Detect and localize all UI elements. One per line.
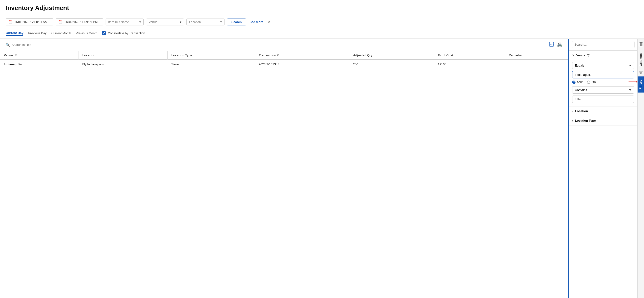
or-radio-circle [587, 81, 590, 84]
venue-placeholder: Venue [149, 20, 158, 24]
location-filter-header[interactable]: › Location [569, 106, 637, 116]
filter-icon [639, 71, 643, 75]
col-location: Location [78, 51, 168, 60]
location-type-section-label: Location Type [575, 119, 596, 122]
cell-location: Fly Indianapolis [78, 60, 168, 69]
table-section: 🔍 XLS 🖨️ Venue [0, 39, 568, 298]
columns-icon [639, 42, 643, 46]
venue-filter-value-input[interactable] [572, 71, 634, 78]
chevron-right-icon-location-type: › [572, 119, 573, 122]
venue-funnel-icon: ▽ [587, 54, 589, 57]
columns-tab[interactable]: Columns [638, 50, 644, 70]
filters-tab-wrapper: Filters [638, 70, 644, 93]
filter-panel-search-input[interactable] [572, 41, 634, 48]
data-table: Venue ▽ Location Location Type Transacti… [0, 51, 568, 69]
calendar-icon-2: 📅 [58, 20, 62, 24]
search-button[interactable]: Search [227, 18, 246, 25]
chevron-right-icon-location: › [572, 110, 573, 113]
item-id-placeholder: Item ID / Name [108, 20, 129, 24]
consolidate-label: Consolidate by Transaction [108, 31, 145, 35]
toolbar-icons: XLS 🖨️ [548, 41, 563, 48]
search-row: 🔍 XLS 🖨️ [0, 39, 568, 51]
print-button[interactable]: 🖨️ [556, 41, 563, 48]
filter-panel: ∨ Venue ▽ Equals Cont [568, 39, 637, 298]
filter-body-venue: Equals Contains Starts With Ends With AN… [569, 60, 637, 106]
or-label: OR [592, 80, 596, 84]
col-adjusted-qty: Adjusted Qty. [349, 51, 434, 60]
filter-bar: 📅 01/01/2023 12:00:01 AM 📅 01/31/2023 11… [6, 15, 638, 28]
end-date-value: 01/31/2023 11:59:59 PM [64, 20, 98, 24]
col-transaction: Transaction # [255, 51, 349, 60]
and-label: AND [577, 80, 583, 84]
venue-second-operator-select[interactable]: Contains Equals Starts With Ends With [572, 86, 634, 94]
search-input[interactable] [12, 43, 546, 46]
consolidate-checkbox[interactable] [102, 31, 106, 35]
table-row: Indianapolis Fly Indianapolis Store 2023… [0, 60, 568, 69]
page-title: Inventory Adjustment [6, 4, 638, 12]
venue-select[interactable]: Venue ▾ [146, 18, 184, 25]
and-radio-circle [572, 81, 576, 84]
cell-extd-cost: 19100 [434, 60, 505, 69]
export-excel-button[interactable]: XLS [548, 41, 554, 48]
location-section-label: Location [575, 109, 588, 113]
cell-adjusted-qty: 200 [349, 60, 434, 69]
cell-remarks [505, 60, 568, 69]
cell-venue: Indianapolis [0, 60, 78, 69]
previous-day-button[interactable]: Previous Day [28, 31, 46, 35]
chevron-down-icon-3: ▾ [220, 20, 222, 24]
columns-icon-container [637, 41, 644, 48]
venue-filter-icon[interactable]: ▽ [15, 54, 17, 57]
chevron-down-icon-2: ▾ [180, 20, 182, 24]
location-placeholder: Location [189, 20, 201, 24]
reset-button[interactable]: ↺ [266, 19, 272, 25]
col-venue: Venue ▽ [0, 51, 78, 60]
consolidate-checkbox-container[interactable]: Consolidate by Transaction [102, 31, 145, 35]
venue-filter-header[interactable]: ∨ Venue ▽ [569, 51, 637, 60]
or-radio-option[interactable]: OR [587, 80, 596, 84]
col-remarks: Remarks [505, 51, 568, 60]
chevron-down-icon: ▾ [139, 20, 141, 24]
venue-logic-radio-row: AND OR [572, 80, 634, 84]
chevron-down-icon-venue: ∨ [572, 54, 574, 57]
location-type-filter-section: › Location Type [569, 116, 637, 125]
item-id-select[interactable]: Item ID / Name ▾ [106, 18, 144, 25]
table-header-row: Venue ▽ Location Location Type Transacti… [0, 51, 568, 60]
cell-location-type: Store [168, 60, 255, 69]
current-month-button[interactable]: Current Month [51, 31, 71, 35]
end-date-input[interactable]: 📅 01/31/2023 11:59:59 PM [56, 18, 103, 25]
and-radio-option[interactable]: AND [572, 80, 583, 84]
page-container: Inventory Adjustment 📅 01/01/2023 12:00:… [0, 0, 644, 298]
filter-panel-search-row [569, 39, 637, 51]
svg-rect-4 [642, 42, 643, 46]
svg-rect-3 [640, 42, 642, 46]
start-date-input[interactable]: 📅 01/01/2023 12:00:01 AM [6, 18, 53, 25]
location-select[interactable]: Location ▾ [186, 18, 224, 25]
see-more-button[interactable]: See More [248, 19, 264, 25]
svg-rect-2 [639, 42, 640, 46]
venue-filter-section: ∨ Venue ▽ Equals Cont [569, 51, 637, 106]
side-tabs: Columns Filters [637, 39, 644, 298]
filter-icon-container [638, 70, 644, 76]
previous-month-button[interactable]: Previous Month [76, 31, 97, 35]
current-day-button[interactable]: Current Day [6, 31, 23, 36]
location-filter-section: › Location [569, 106, 637, 116]
col-location-type: Location Type [168, 51, 255, 60]
filters-tab[interactable]: Filters [638, 76, 644, 93]
location-type-filter-header[interactable]: › Location Type [569, 116, 637, 125]
search-icon: 🔍 [6, 43, 10, 47]
header-section: Inventory Adjustment 📅 01/01/2023 12:00:… [0, 0, 644, 39]
start-date-value: 01/01/2023 12:00:01 AM [14, 20, 48, 24]
venue-section-label: Venue [576, 53, 585, 57]
svg-text:XLS: XLS [550, 43, 554, 46]
arrow-right-indicator [628, 81, 638, 83]
main-area: 🔍 XLS 🖨️ Venue [0, 39, 644, 298]
quick-filters-row: Current Day Previous Day Current Month P… [6, 28, 638, 38]
calendar-icon: 📅 [8, 20, 12, 24]
venue-operator-select[interactable]: Equals Contains Starts With Ends With [572, 62, 634, 69]
cell-transaction: 2023/3/167343... [255, 60, 349, 69]
venue-filter-second-input[interactable] [572, 95, 634, 103]
venue-filter-body: Equals Contains Starts With Ends With AN… [572, 60, 634, 106]
venue-operator-wrapper: Equals Contains Starts With Ends With [572, 62, 634, 71]
venue-second-operator-wrapper: Contains Equals Starts With Ends With [572, 86, 634, 95]
col-extd-cost: Extd. Cost [434, 51, 505, 60]
